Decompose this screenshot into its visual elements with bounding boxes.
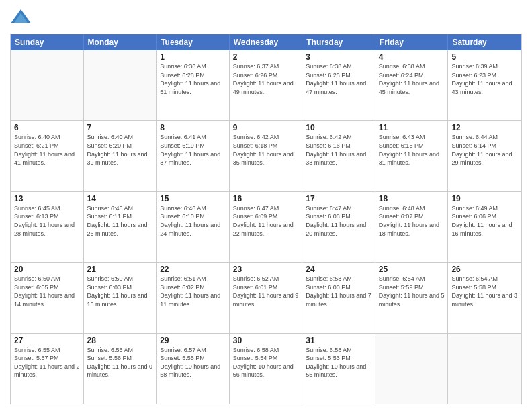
calendar-week-row: 27Sunrise: 6:55 AM Sunset: 5:57 PM Dayli… xyxy=(11,333,521,404)
calendar-cell: 20Sunrise: 6:50 AM Sunset: 6:05 PM Dayli… xyxy=(11,263,84,332)
weekday-header: Thursday xyxy=(302,34,375,50)
weekday-header: Saturday xyxy=(448,34,521,50)
day-number: 29 xyxy=(160,336,226,345)
header xyxy=(10,7,522,28)
day-number: 15 xyxy=(160,194,226,203)
day-number: 13 xyxy=(14,194,80,203)
day-info: Sunrise: 6:45 AM Sunset: 6:11 PM Dayligh… xyxy=(87,204,153,238)
calendar-cell: 22Sunrise: 6:51 AM Sunset: 6:02 PM Dayli… xyxy=(157,263,230,332)
calendar-cell: 27Sunrise: 6:55 AM Sunset: 5:57 PM Dayli… xyxy=(11,334,84,404)
calendar-cell xyxy=(375,334,449,404)
calendar-cell: 30Sunrise: 6:58 AM Sunset: 5:54 PM Dayli… xyxy=(230,334,303,404)
calendar-body: 1Sunrise: 6:36 AM Sunset: 6:28 PM Daylig… xyxy=(11,50,521,404)
day-info: Sunrise: 6:40 AM Sunset: 6:21 PM Dayligh… xyxy=(14,133,80,167)
day-number: 26 xyxy=(451,265,518,274)
day-number: 5 xyxy=(451,52,518,62)
day-number: 6 xyxy=(14,123,80,132)
calendar-week-row: 20Sunrise: 6:50 AM Sunset: 6:05 PM Dayli… xyxy=(11,262,521,332)
calendar: SundayMondayTuesdayWednesdayThursdayFrid… xyxy=(10,34,522,404)
calendar-cell: 12Sunrise: 6:44 AM Sunset: 6:14 PM Dayli… xyxy=(448,121,521,191)
day-number: 7 xyxy=(87,123,153,132)
day-number: 4 xyxy=(379,52,445,62)
day-info: Sunrise: 6:43 AM Sunset: 6:15 PM Dayligh… xyxy=(379,133,445,167)
weekday-header: Friday xyxy=(375,34,449,50)
day-info: Sunrise: 6:42 AM Sunset: 6:16 PM Dayligh… xyxy=(306,133,371,167)
calendar-cell: 16Sunrise: 6:47 AM Sunset: 6:09 PM Dayli… xyxy=(230,192,303,262)
day-info: Sunrise: 6:48 AM Sunset: 6:07 PM Dayligh… xyxy=(379,204,445,238)
logo xyxy=(10,7,34,28)
day-number: 1 xyxy=(160,52,226,62)
day-number: 30 xyxy=(233,336,299,345)
day-number: 9 xyxy=(233,123,299,132)
day-number: 19 xyxy=(451,194,518,203)
logo-icon xyxy=(10,7,32,28)
day-number: 18 xyxy=(379,194,445,203)
day-number: 21 xyxy=(87,265,153,274)
day-number: 11 xyxy=(379,123,445,132)
day-info: Sunrise: 6:38 AM Sunset: 6:25 PM Dayligh… xyxy=(306,62,371,96)
day-number: 2 xyxy=(233,52,299,62)
calendar-cell: 2Sunrise: 6:37 AM Sunset: 6:26 PM Daylig… xyxy=(230,50,303,120)
day-info: Sunrise: 6:50 AM Sunset: 6:03 PM Dayligh… xyxy=(87,275,153,308)
calendar-cell: 7Sunrise: 6:40 AM Sunset: 6:20 PM Daylig… xyxy=(84,121,157,191)
calendar-cell: 26Sunrise: 6:54 AM Sunset: 5:58 PM Dayli… xyxy=(448,263,521,332)
day-info: Sunrise: 6:36 AM Sunset: 6:28 PM Dayligh… xyxy=(160,62,226,96)
day-info: Sunrise: 6:37 AM Sunset: 6:26 PM Dayligh… xyxy=(233,62,299,96)
day-number: 23 xyxy=(233,265,299,274)
day-info: Sunrise: 6:50 AM Sunset: 6:05 PM Dayligh… xyxy=(14,275,80,308)
day-info: Sunrise: 6:52 AM Sunset: 6:01 PM Dayligh… xyxy=(233,275,299,308)
day-info: Sunrise: 6:45 AM Sunset: 6:13 PM Dayligh… xyxy=(14,204,80,238)
day-info: Sunrise: 6:49 AM Sunset: 6:06 PM Dayligh… xyxy=(451,204,518,238)
day-info: Sunrise: 6:58 AM Sunset: 5:54 PM Dayligh… xyxy=(233,346,299,379)
day-info: Sunrise: 6:51 AM Sunset: 6:02 PM Dayligh… xyxy=(160,275,226,308)
day-info: Sunrise: 6:54 AM Sunset: 5:58 PM Dayligh… xyxy=(451,275,518,308)
day-info: Sunrise: 6:44 AM Sunset: 6:14 PM Dayligh… xyxy=(451,133,518,167)
calendar-cell xyxy=(448,334,521,404)
day-number: 17 xyxy=(306,194,371,203)
weekday-header: Wednesday xyxy=(230,34,303,50)
day-info: Sunrise: 6:40 AM Sunset: 6:20 PM Dayligh… xyxy=(87,133,153,167)
calendar-cell: 24Sunrise: 6:53 AM Sunset: 6:00 PM Dayli… xyxy=(302,263,375,332)
weekday-header: Sunday xyxy=(11,34,84,50)
day-info: Sunrise: 6:41 AM Sunset: 6:19 PM Dayligh… xyxy=(160,133,226,167)
calendar-cell xyxy=(11,50,84,120)
day-info: Sunrise: 6:54 AM Sunset: 5:59 PM Dayligh… xyxy=(379,275,445,308)
calendar-cell: 13Sunrise: 6:45 AM Sunset: 6:13 PM Dayli… xyxy=(11,192,84,262)
day-info: Sunrise: 6:58 AM Sunset: 5:53 PM Dayligh… xyxy=(306,346,371,379)
calendar-cell: 17Sunrise: 6:47 AM Sunset: 6:08 PM Dayli… xyxy=(302,192,375,262)
calendar-cell: 9Sunrise: 6:42 AM Sunset: 6:18 PM Daylig… xyxy=(230,121,303,191)
weekday-header: Monday xyxy=(84,34,157,50)
day-info: Sunrise: 6:56 AM Sunset: 5:56 PM Dayligh… xyxy=(87,346,153,379)
day-info: Sunrise: 6:55 AM Sunset: 5:57 PM Dayligh… xyxy=(14,346,80,379)
day-info: Sunrise: 6:47 AM Sunset: 6:09 PM Dayligh… xyxy=(233,204,299,238)
calendar-cell: 15Sunrise: 6:46 AM Sunset: 6:10 PM Dayli… xyxy=(157,192,230,262)
day-info: Sunrise: 6:42 AM Sunset: 6:18 PM Dayligh… xyxy=(233,133,299,167)
calendar-week-row: 13Sunrise: 6:45 AM Sunset: 6:13 PM Dayli… xyxy=(11,191,521,262)
calendar-cell: 19Sunrise: 6:49 AM Sunset: 6:06 PM Dayli… xyxy=(448,192,521,262)
day-number: 31 xyxy=(306,336,371,345)
day-number: 12 xyxy=(451,123,518,132)
calendar-cell: 5Sunrise: 6:39 AM Sunset: 6:23 PM Daylig… xyxy=(448,50,521,120)
calendar-cell xyxy=(84,50,157,120)
day-info: Sunrise: 6:47 AM Sunset: 6:08 PM Dayligh… xyxy=(306,204,371,238)
calendar-week-row: 1Sunrise: 6:36 AM Sunset: 6:28 PM Daylig… xyxy=(11,50,521,120)
calendar-cell: 18Sunrise: 6:48 AM Sunset: 6:07 PM Dayli… xyxy=(375,192,449,262)
day-number: 3 xyxy=(306,52,371,62)
calendar-cell: 21Sunrise: 6:50 AM Sunset: 6:03 PM Dayli… xyxy=(84,263,157,332)
day-number: 22 xyxy=(160,265,226,274)
day-number: 16 xyxy=(233,194,299,203)
calendar-week-row: 6Sunrise: 6:40 AM Sunset: 6:21 PM Daylig… xyxy=(11,120,521,191)
weekday-header: Tuesday xyxy=(157,34,230,50)
calendar-cell: 14Sunrise: 6:45 AM Sunset: 6:11 PM Dayli… xyxy=(84,192,157,262)
day-info: Sunrise: 6:46 AM Sunset: 6:10 PM Dayligh… xyxy=(160,204,226,238)
day-info: Sunrise: 6:39 AM Sunset: 6:23 PM Dayligh… xyxy=(451,62,518,96)
calendar-cell: 10Sunrise: 6:42 AM Sunset: 6:16 PM Dayli… xyxy=(302,121,375,191)
calendar-cell: 23Sunrise: 6:52 AM Sunset: 6:01 PM Dayli… xyxy=(230,263,303,332)
calendar-cell: 25Sunrise: 6:54 AM Sunset: 5:59 PM Dayli… xyxy=(375,263,449,332)
calendar-cell: 31Sunrise: 6:58 AM Sunset: 5:53 PM Dayli… xyxy=(302,334,375,404)
day-info: Sunrise: 6:38 AM Sunset: 6:24 PM Dayligh… xyxy=(379,62,445,96)
day-number: 8 xyxy=(160,123,226,132)
day-info: Sunrise: 6:57 AM Sunset: 5:55 PM Dayligh… xyxy=(160,346,226,379)
calendar-header: SundayMondayTuesdayWednesdayThursdayFrid… xyxy=(11,34,521,50)
day-number: 28 xyxy=(87,336,153,345)
